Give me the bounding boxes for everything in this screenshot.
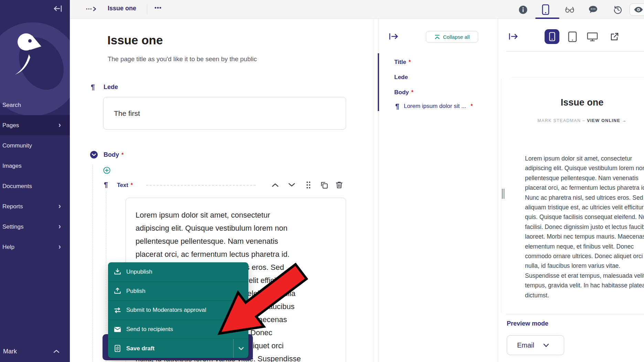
- panel-collapse-icon[interactable]: [388, 33, 399, 40]
- collapse-section-icon[interactable]: [90, 151, 98, 159]
- mobile-preview-icon[interactable]: [540, 4, 551, 15]
- paragraph-icon: ¶: [395, 102, 399, 110]
- topbar: ⋯ Issue one •••: [70, 0, 644, 19]
- publish-icon: [114, 287, 121, 295]
- outline-item-label: Body: [394, 89, 409, 96]
- delete-block-icon[interactable]: [335, 180, 344, 189]
- sidebar-item-reports[interactable]: Reports ›: [0, 196, 70, 217]
- preview-mode-value: Email: [517, 341, 534, 349]
- menu-item-label: Send to recipients: [126, 326, 173, 333]
- menu-item-label: Save draft: [126, 345, 154, 352]
- save-draft-dropdown-toggle[interactable]: [234, 339, 248, 358]
- outline-item-title[interactable]: Title*: [394, 59, 411, 66]
- preview-device-tablet-button[interactable]: [567, 31, 578, 42]
- menu-item-label: Unpublish: [126, 268, 152, 275]
- body-field-label: Body*: [104, 151, 124, 158]
- sidebar-item-images[interactable]: Images: [0, 156, 70, 176]
- sidebar-item-settings[interactable]: Settings ›: [0, 217, 70, 237]
- add-block-button[interactable]: [103, 167, 110, 174]
- info-icon[interactable]: [518, 4, 528, 15]
- preview-author: MARK STEADMAN: [537, 118, 581, 123]
- block-indent-guide: [93, 165, 93, 362]
- preview-frame-edge: [501, 79, 501, 313]
- eye-icon: [634, 6, 643, 13]
- preview-byline: MARK STEADMAN – VIEW ONLINE →: [515, 118, 644, 123]
- preview-mode-select[interactable]: Email: [507, 335, 564, 355]
- chevron-down-icon: [543, 343, 549, 347]
- open-external-preview-icon[interactable]: [609, 31, 620, 42]
- outline-item-body[interactable]: Body*: [394, 89, 414, 96]
- sidebar-item-label: Reports: [2, 203, 23, 210]
- menu-item-publish[interactable]: Publish: [108, 282, 248, 301]
- ellipsis-icon: ⋯: [86, 4, 92, 14]
- document-tab-title[interactable]: Issue one: [108, 5, 136, 12]
- page-title-help-text: The page title as you'd like it to be se…: [108, 55, 257, 63]
- sidebar-nav: Search Pages › Community Images Document…: [0, 95, 70, 257]
- menu-item-unpublish[interactable]: Unpublish: [108, 262, 248, 282]
- move-block-up-icon[interactable]: [271, 180, 280, 189]
- text-block-label-text: Text: [117, 182, 128, 188]
- drag-handle-icon[interactable]: [304, 180, 313, 189]
- outline-item-label: Lorem ipsum dolor sit ...: [404, 103, 466, 110]
- view-online-link[interactable]: VIEW ONLINE →: [587, 118, 627, 123]
- sidebar-item-label: Search: [2, 102, 21, 109]
- lede-input[interactable]: [103, 97, 346, 130]
- more-options-icon[interactable]: •••: [154, 4, 162, 11]
- outline-item-lede[interactable]: Lede: [394, 74, 408, 81]
- preview-device-desktop-button[interactable]: [587, 31, 598, 42]
- sidebar-item-label: Pages: [2, 122, 19, 129]
- collapse-all-icon: [434, 34, 440, 40]
- outline-item-text-block[interactable]: ¶ Lorem ipsum dolor sit ... *: [395, 102, 473, 110]
- chevron-right-icon: ›: [58, 201, 61, 210]
- text-block-label: Text*: [117, 182, 133, 188]
- sidebar: Search Pages › Community Images Document…: [0, 0, 70, 362]
- menu-item-submit-approval[interactable]: Submit to Moderators approval: [108, 300, 248, 320]
- reading-glasses-icon[interactable]: [565, 4, 575, 15]
- editor-pane: Issue one The page title as you'd like i…: [70, 19, 374, 362]
- collapse-all-button[interactable]: Collapse all: [426, 31, 478, 43]
- publish-actions-menu: Unpublish Publish Submit to Moderators a…: [108, 262, 248, 358]
- outline-item-label: Lede: [394, 74, 408, 80]
- sidebar-item-community[interactable]: Community: [0, 135, 70, 156]
- history-icon[interactable]: [613, 4, 623, 15]
- collapse-all-label: Collapse all: [443, 34, 470, 40]
- preview-issue-title: Issue one: [525, 97, 639, 108]
- sidebar-item-help[interactable]: Help ›: [0, 237, 70, 257]
- preview-divider: [512, 77, 644, 77]
- sidebar-item-pages[interactable]: Pages ›: [0, 115, 70, 135]
- panel-collapse-icon[interactable]: [508, 33, 518, 40]
- duplicate-block-icon[interactable]: [320, 180, 329, 189]
- collapsed-breadcrumb-icon[interactable]: ⋯: [86, 4, 97, 14]
- required-marker: *: [131, 182, 133, 188]
- comments-icon[interactable]: [588, 4, 598, 15]
- envelope-icon: [114, 326, 121, 333]
- sidebar-item-search[interactable]: Search: [0, 95, 70, 115]
- menu-item-send-recipients[interactable]: Send to recipients: [108, 320, 248, 339]
- body-field-label-text: Body: [104, 151, 119, 158]
- required-marker: *: [471, 103, 473, 109]
- user-menu[interactable]: Mark: [0, 341, 70, 362]
- paragraph-icon: ¶: [91, 83, 95, 91]
- chevron-right-icon: ›: [58, 120, 61, 129]
- unpublish-icon: [114, 268, 121, 276]
- app-window: Search Pages › Community Images Document…: [0, 0, 644, 362]
- required-marker: *: [411, 89, 414, 95]
- preview-resize-handle[interactable]: [502, 189, 504, 199]
- transfer-icon: [114, 306, 121, 314]
- preview-device-phone-button[interactable]: [545, 29, 559, 44]
- outline-panel: Collapse all Title* Lede Body* ¶ Lorem i…: [378, 19, 498, 362]
- move-block-down-icon[interactable]: [287, 180, 296, 189]
- lede-field-label: Lede: [104, 84, 118, 91]
- paragraph-icon: ¶: [104, 180, 108, 189]
- preview-body-text: Lorem ipsum dolor sit amet, consectetur …: [525, 154, 644, 300]
- menu-item-save-draft[interactable]: Save draft: [108, 339, 248, 358]
- sidebar-item-label: Images: [2, 163, 22, 169]
- preview-mode-label: Preview mode: [507, 320, 548, 327]
- menu-item-label: Publish: [126, 288, 146, 295]
- required-marker: *: [121, 152, 124, 158]
- active-section-indicator: [378, 53, 379, 111]
- sidebar-collapse-icon[interactable]: [53, 4, 63, 13]
- visibility-toggle-button[interactable]: [630, 3, 644, 16]
- preview-divider: [506, 51, 644, 52]
- sidebar-item-documents[interactable]: Documents: [0, 176, 70, 196]
